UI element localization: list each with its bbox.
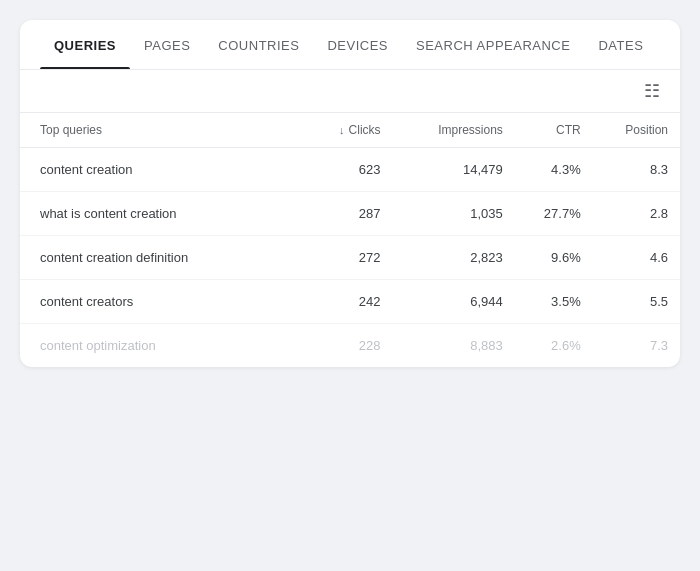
cell-impressions: 8,883 bbox=[393, 324, 515, 368]
cell-ctr: 9.6% bbox=[515, 236, 593, 280]
cell-clicks: 228 bbox=[307, 324, 392, 368]
cell-clicks: 287 bbox=[307, 192, 392, 236]
main-card: QUERIES PAGES COUNTRIES DEVICES SEARCH A… bbox=[20, 20, 680, 367]
col-header-impressions: Impressions bbox=[393, 113, 515, 148]
table-row: what is content creation2871,03527.7%2.8 bbox=[20, 192, 680, 236]
cell-ctr: 27.7% bbox=[515, 192, 593, 236]
col-header-clicks[interactable]: ↓ Clicks bbox=[307, 113, 392, 148]
table-row: content creators2426,9443.5%5.5 bbox=[20, 280, 680, 324]
table-row: content creation definition2722,8239.6%4… bbox=[20, 236, 680, 280]
cell-ctr: 4.3% bbox=[515, 148, 593, 192]
cell-impressions: 14,479 bbox=[393, 148, 515, 192]
cell-query[interactable]: content creators bbox=[20, 280, 307, 324]
tab-devices[interactable]: DEVICES bbox=[313, 20, 402, 69]
cell-clicks: 272 bbox=[307, 236, 392, 280]
queries-table: Top queries ↓ Clicks Impressions CTR Pos… bbox=[20, 113, 680, 367]
table-row: content optimization2288,8832.6%7.3 bbox=[20, 324, 680, 368]
col-header-ctr: CTR bbox=[515, 113, 593, 148]
sort-arrow-icon: ↓ bbox=[339, 124, 345, 136]
cell-position: 5.5 bbox=[593, 280, 680, 324]
col-header-query: Top queries bbox=[20, 113, 307, 148]
cell-position: 7.3 bbox=[593, 324, 680, 368]
cell-impressions: 6,944 bbox=[393, 280, 515, 324]
tab-pages[interactable]: PAGES bbox=[130, 20, 204, 69]
cell-position: 4.6 bbox=[593, 236, 680, 280]
cell-clicks: 242 bbox=[307, 280, 392, 324]
cell-ctr: 2.6% bbox=[515, 324, 593, 368]
cell-impressions: 1,035 bbox=[393, 192, 515, 236]
filter-icon[interactable]: ☷ bbox=[644, 80, 660, 102]
cell-query[interactable]: content optimization bbox=[20, 324, 307, 368]
tab-dates[interactable]: DATES bbox=[584, 20, 657, 69]
cell-ctr: 3.5% bbox=[515, 280, 593, 324]
filter-row: ☷ bbox=[20, 70, 680, 113]
tab-countries[interactable]: COUNTRIES bbox=[204, 20, 313, 69]
cell-clicks: 623 bbox=[307, 148, 392, 192]
col-header-position: Position bbox=[593, 113, 680, 148]
cell-query[interactable]: content creation bbox=[20, 148, 307, 192]
table-row: content creation62314,4794.3%8.3 bbox=[20, 148, 680, 192]
tab-queries[interactable]: QUERIES bbox=[40, 20, 130, 69]
cell-position: 8.3 bbox=[593, 148, 680, 192]
cell-query[interactable]: content creation definition bbox=[20, 236, 307, 280]
tab-search-appearance[interactable]: SEARCH APPEARANCE bbox=[402, 20, 584, 69]
cell-position: 2.8 bbox=[593, 192, 680, 236]
table-header-row: Top queries ↓ Clicks Impressions CTR Pos… bbox=[20, 113, 680, 148]
tab-bar: QUERIES PAGES COUNTRIES DEVICES SEARCH A… bbox=[20, 20, 680, 70]
cell-query[interactable]: what is content creation bbox=[20, 192, 307, 236]
cell-impressions: 2,823 bbox=[393, 236, 515, 280]
